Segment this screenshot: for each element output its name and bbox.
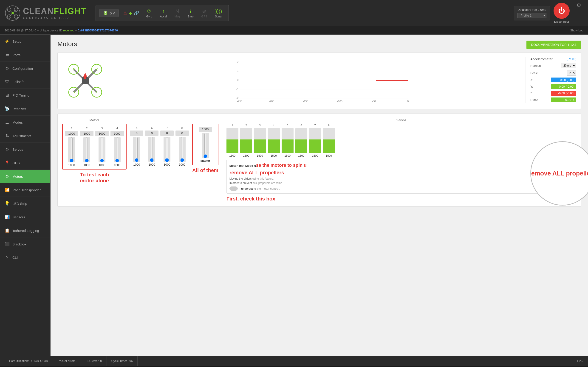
svg-text:-2: -2 [236,97,239,100]
rms-value: 0.0014 [551,98,576,102]
sidebar-item-motors[interactable]: ⚙ Motors [0,170,50,183]
motor-4-bottom-value: 1000 [114,163,121,167]
sidebar-item-modes[interactable]: ☰ Modes [0,116,50,129]
configuration-icon: ⚙ [5,66,10,71]
motor-1-num: 1 [71,127,72,130]
motor-8-slider[interactable] [179,137,185,162]
sidebar-item-pid-tuning[interactable]: ⊞ PID Tuning [0,89,50,102]
sidebar-item-setup[interactable]: ⚡ Setup [0,35,50,48]
sensor-gyro[interactable]: ⟳ Gyro [144,7,155,19]
motors-5-8-group: 5 0 1000 6 0 [130,118,189,169]
sidebar-label-servos: Servos [12,148,23,151]
motor-2-slider[interactable] [84,137,90,162]
refresh-label: Refresh: [530,64,542,67]
ports-icon: ⇌ [5,52,10,57]
battery-voltage: 0 V [110,11,115,15]
motor-test-title: Motor Test Mode Nse the motors to spin u [229,163,573,168]
scale-select[interactable]: 2 [567,70,576,76]
motor-4-slider-track [114,137,121,162]
servo-5-fill [282,140,294,153]
motor-3-num: 3 [101,127,103,130]
sonar-label: Sonar [215,15,222,18]
rms-label: RMS: [530,98,538,102]
battery-icon: 🔋 [103,10,108,16]
prevent-text: In order to prevent sks, propellers are … [229,181,573,185]
cycle-time: Cycle Time: 996 [107,356,138,366]
version-number: 1.2.2 [577,359,583,363]
first-check-annotation: First, check this box [226,196,576,202]
sidebar-item-servos[interactable]: ⚙ Servos [0,143,50,156]
motor-7-bottom-value: 1000 [164,163,170,166]
motor-col-6: 6 0 1000 [145,126,158,166]
servo-6-value: 1500 [298,154,304,157]
accel-reset-link[interactable]: [Reset] [567,57,576,61]
refresh-select[interactable]: 20 ms [561,63,576,68]
servo-8-value: 1500 [326,154,332,157]
disconnect-circle-icon: ⏻ [553,3,570,19]
svg-text:3: 3 [73,90,75,94]
understand-toggle[interactable] [229,186,238,191]
packet-error-text: Packet error: 0 [58,359,78,363]
servo-8-num: 8 [328,124,330,127]
sidebar-label-race-transponder: Race Transponder [12,188,41,192]
sidebar-item-sensors[interactable]: 📊 Sensors [0,210,50,224]
settings-button[interactable]: ⚙ [574,0,583,10]
sidebar-item-gps[interactable]: 📍 GPS [0,156,50,170]
motors-all-layout: Motors 1 1000 1000 [62,118,576,202]
motor-col-8: 8 0 1000 [175,126,189,166]
header: CLEAN FLIGHT CONFIGURATOR 1.2.2 🔋 0 V ⚠ … [0,0,588,26]
sidebar-item-cli[interactable]: > CLI [0,251,50,264]
setup-icon: ⚡ [5,39,10,44]
sonar-icon: )))) [215,8,222,14]
sidebar-item-led-strip[interactable]: 💡 LED Strip [0,197,50,210]
scale-row: Scale: 2 [530,70,576,76]
motor-6-slider-track [148,137,155,162]
sensor-baro[interactable]: 🌡 Baro [185,7,196,19]
sidebar-label-sensors: Sensors [12,215,25,219]
test-each-annotation: To test eachmotor alone [62,172,127,184]
timestamp: 2016-08-18 @ 17:56:40 [5,29,36,32]
master-slider[interactable] [202,133,208,158]
motor-4-top-value: 1000 [111,131,124,136]
logo-clean: CLEAN [23,6,54,16]
sensor-gps[interactable]: ⊕ GPS [199,7,210,19]
sidebar-item-tethered-logging[interactable]: 📋 Tethered Logging [0,224,50,237]
sensor-mag[interactable]: N Mag [172,7,183,19]
documentation-button[interactable]: DOCUMENTATION FOR 1.12.1 [527,41,581,49]
i2c-error-text: I2C error: 0 [87,359,102,363]
sidebar-item-adjustments[interactable]: ⇅ Adjustments [0,129,50,143]
motor-4-slider[interactable] [114,137,120,162]
cli-icon: > [5,255,10,260]
receiver-icon: 📡 [5,106,10,111]
motor-5-slider[interactable] [133,137,140,162]
motor-1-slider[interactable] [69,137,75,162]
motor-6-bottom-value: 1000 [149,163,155,166]
alert-icon: ⚠ [123,10,127,16]
warning-icons: ⚠ ◆ 🔗 [121,9,141,17]
servo-1-bar [226,128,238,153]
master-label: Master [200,159,210,162]
motor-3-slider[interactable] [99,137,105,162]
motors-1-4-cols: 1 1000 1000 2 1000 [65,127,124,167]
title-bar: Motors DOCUMENTATION FOR 1.12.1 [57,40,581,49]
motor-6-slider[interactable] [149,137,155,162]
sidebar-item-configuration[interactable]: ⚙ Configuration [0,62,50,75]
sensor-accel[interactable]: ↑ Accel [157,7,170,19]
servos-icon: ⚙ [5,147,10,152]
sensor-sonar[interactable]: )))) Sonar [212,7,225,19]
sidebar-item-receiver[interactable]: 📡 Receiver [0,102,50,116]
servo-3-value: 1500 [257,154,263,157]
svg-point-7 [11,12,14,14]
disconnect-button[interactable]: ⏻ Disconnect [553,3,570,23]
sidebar-item-failsafe[interactable]: 🛡 Failsafe [0,75,50,89]
sidebar-item-blackbox[interactable]: ⬛ Blackbox [0,237,50,251]
sidebar-label-failsafe: Failsafe [12,80,25,84]
show-log-button[interactable]: Show Log [570,29,583,32]
profile-select[interactable]: Profile 1 [518,13,546,18]
svg-text:-150: -150 [303,100,309,103]
device-id: 0x673ff565554787167074740 [78,29,118,32]
master-slider-track [202,133,209,158]
sidebar-item-ports[interactable]: ⇌ Ports [0,48,50,62]
sidebar-item-race-transponder[interactable]: 📶 Race Transponder [0,183,50,197]
motor-7-slider[interactable] [164,137,170,162]
